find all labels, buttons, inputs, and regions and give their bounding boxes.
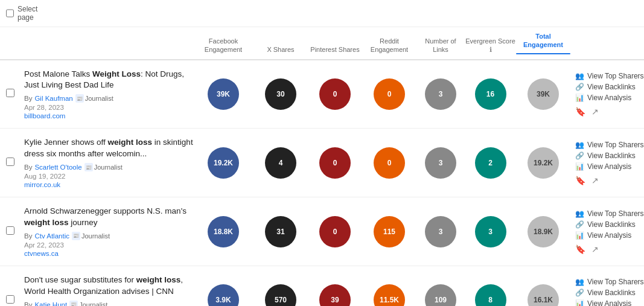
sharers-icon-2: 👥 [575,209,584,218]
article-title-2: Arnold Schwarzenegger supports N.S. man'… [24,206,193,229]
header-x-shares: X Shares [253,45,308,54]
links-circle-2: 3 [425,216,456,247]
row-checkbox-2[interactable] [6,226,14,235]
bookmark-icon-1[interactable]: 🔖 [575,176,585,185]
view-analysis-1[interactable]: 📊 View Analysis [575,162,644,171]
sharers-icon-1: 👥 [575,141,584,149]
reddit-circle-0: 0 [374,78,405,110]
journalist-icon-0: 📰 [75,94,84,103]
table-row: Post Malone Talks Weight Loss: Not Drugs… [0,60,644,129]
view-analysis-2[interactable]: 📊 View Analysis [575,231,644,240]
table-row: Arnold Schwarzenegger supports N.S. man'… [0,197,644,266]
article-title-1: Kylie Jenner shows off weight loss in sk… [24,137,193,160]
article-domain-0[interactable]: billboard.com [24,112,193,120]
view-backlinks-0[interactable]: 🔗 View Backlinks [575,83,644,91]
x-circle-3: 570 [265,284,296,306]
analysis-icon-3: 📊 [575,299,584,306]
header-total[interactable]: Total Engagement [516,32,570,54]
share-icon-1[interactable]: ↗ [591,176,599,185]
results-table: Select page Facebook Engagement X Shares… [0,0,644,306]
table-header: Facebook Engagement X Shares Pinterest S… [0,27,644,60]
fb-circle-2: 18.8K [208,216,239,247]
journalist-badge-0: 📰 Journalist [75,94,113,103]
reddit-circle-2: 115 [374,216,405,247]
backlinks-icon-1: 🔗 [575,151,584,160]
reddit-circle-3: 11.5K [374,284,405,306]
table-row: Don't use sugar substitutes for weight l… [0,266,644,306]
article-info-3: Don't use sugar substitutes for weight l… [24,275,193,306]
article-domain-1[interactable]: mirror.co.uk [24,181,193,188]
select-all-label: Select page [18,5,37,22]
actions-col-1: 👥 View Top Sharers 🔗 View Backlinks 📊 Vi… [570,141,644,185]
journalist-icon-3: 📰 [69,301,78,306]
actions-col-3: 👥 View Top Sharers 🔗 View Backlinks 📊 Vi… [570,278,644,306]
view-backlinks-1[interactable]: 🔗 View Backlinks [575,151,644,160]
view-top-sharers-1[interactable]: 👥 View Top Sharers [575,141,644,149]
article-meta-3: By Katie Hunt 📰 Journalist [24,301,193,306]
author-link-1[interactable]: Scarlett O'toole [34,164,81,171]
fb-circle-0: 39K [208,78,239,110]
backlinks-icon-3: 🔗 [575,288,584,297]
article-meta-0: By Gil Kaufman 📰 Journalist [24,94,193,103]
evergreen-circle-0: 16 [475,78,506,110]
links-circle-0: 3 [425,78,456,110]
analysis-icon-2: 📊 [575,231,584,240]
sharers-icon-3: 👥 [575,278,584,286]
journalist-badge-3: 📰 Journalist [69,301,107,306]
article-title-0: Post Malone Talks Weight Loss: Not Drugs… [24,69,193,92]
view-analysis-3[interactable]: 📊 View Analysis [575,299,644,306]
view-analysis-0[interactable]: 📊 View Analysis [575,94,644,102]
header-pinterest: Pinterest Shares [308,45,362,54]
header-facebook: Facebook Engagement [193,37,253,54]
total-circle-1: 19.2K [528,147,559,179]
article-date-0: Apr 28, 2023 [24,104,193,111]
x-circle-0: 30 [265,78,296,110]
bookmark-icon-0[interactable]: 🔖 [575,107,585,116]
table-row: Kylie Jenner shows off weight loss in sk… [0,129,644,197]
backlinks-icon-2: 🔗 [575,220,584,229]
row-checkbox-1[interactable] [6,158,14,166]
journalist-icon-1: 📰 [84,163,93,171]
sharers-icon-0: 👥 [575,72,584,80]
analysis-icon-0: 📊 [575,94,584,102]
total-circle-0: 39K [528,78,559,110]
author-link-2[interactable]: Ctv Atlantic [34,232,69,240]
action-footer-1: 🔖 ↗ [575,176,644,185]
select-all-row: Select page [0,0,644,27]
links-circle-3: 109 [425,284,456,306]
author-link-0[interactable]: Gil Kaufman [34,95,72,102]
share-icon-0[interactable]: ↗ [591,107,599,116]
journalist-icon-2: 📰 [72,232,80,240]
article-info-0: Post Malone Talks Weight Loss: Not Drugs… [24,69,193,120]
links-circle-1: 3 [425,147,456,179]
author-link-3[interactable]: Katie Hunt [34,301,67,306]
view-backlinks-3[interactable]: 🔗 View Backlinks [575,288,644,297]
view-top-sharers-3[interactable]: 👥 View Top Sharers [575,278,644,286]
row-checkbox-3[interactable] [6,295,14,304]
view-top-sharers-2[interactable]: 👥 View Top Sharers [575,209,644,218]
row-checkbox-0[interactable] [6,89,14,97]
view-backlinks-2[interactable]: 🔗 View Backlinks [575,220,644,229]
x-circle-2: 31 [265,216,296,247]
article-meta-2: By Ctv Atlantic 📰 Journalist [24,232,193,240]
share-icon-2[interactable]: ↗ [591,244,599,254]
reddit-circle-1: 0 [374,147,405,179]
bookmark-icon-2[interactable]: 🔖 [575,244,585,254]
backlinks-icon-0: 🔗 [575,83,584,91]
header-reddit: Reddit Engagement [362,37,416,54]
article-list: Post Malone Talks Weight Loss: Not Drugs… [0,60,644,306]
article-domain-2[interactable]: ctvnews.ca [24,250,193,257]
action-footer-2: 🔖 ↗ [575,244,644,254]
select-all-checkbox[interactable] [6,9,14,18]
pin-circle-1: 0 [319,147,351,179]
header-evergreen: Evergreen Score ℹ [465,37,516,54]
view-top-sharers-0[interactable]: 👥 View Top Sharers [575,72,644,80]
evergreen-circle-3: 8 [475,284,506,306]
evergreen-circle-1: 2 [475,147,506,179]
evergreen-info-icon[interactable]: ℹ [489,46,492,53]
actions-col-2: 👥 View Top Sharers 🔗 View Backlinks 📊 Vi… [570,209,644,254]
x-circle-1: 4 [265,147,296,179]
analysis-icon-1: 📊 [575,162,584,171]
evergreen-circle-2: 3 [475,216,506,247]
actions-col-0: 👥 View Top Sharers 🔗 View Backlinks 📊 Vi… [570,72,644,116]
